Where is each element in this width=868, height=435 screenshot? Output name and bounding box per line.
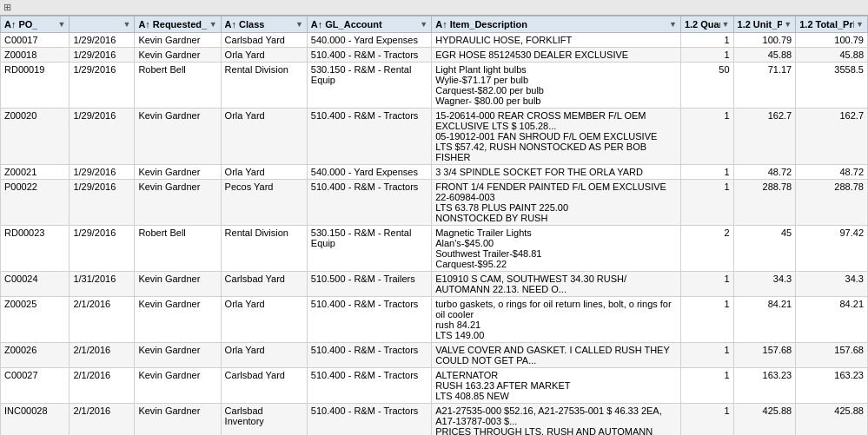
cell-po: INC00028 <box>1 404 70 436</box>
main-table-container[interactable]: ⊞ A↑ PO_ ▼ <box>0 0 868 435</box>
cell-date: 1/29/2016 <box>70 63 135 109</box>
sort-icon-total: 1.2 <box>799 19 812 30</box>
cell-qty: 50 <box>680 63 733 109</box>
data-table: A↑ PO_ ▼ ▼ <box>0 16 868 435</box>
table-row[interactable]: Z000252/1/2016Kevin GardnerOrla Yard510.… <box>1 297 868 343</box>
col-header-desc[interactable]: A↑ Item_Description ▼ <box>432 16 681 33</box>
header-row: A↑ PO_ ▼ ▼ <box>1 16 868 33</box>
cell-date: 2/1/2016 <box>70 343 135 368</box>
cell-gl: 510.400 - R&M - Tractors <box>307 180 431 226</box>
sort-icon-desc: A↑ <box>435 19 447 30</box>
col-header-date[interactable]: ▼ <box>70 16 135 33</box>
cell-desc: 15-20614-000 REAR CROSS MEMBER F/L OEM E… <box>432 109 681 165</box>
cell-desc: HYDRAULIC HOSE, FORKLIFT <box>432 33 681 48</box>
cell-po: RD00023 <box>1 226 70 272</box>
cell-qty: 2 <box>680 226 733 272</box>
cell-gl: 510.400 - R&M - Tractors <box>307 368 431 404</box>
cell-req: Kevin Gardner <box>135 297 221 343</box>
col-header-unit[interactable]: 1.2 Unit_Price ▼ <box>733 16 796 33</box>
cell-req: Kevin Gardner <box>135 272 221 297</box>
cell-gl: 530.150 - R&M - Rental Equip <box>307 226 431 272</box>
col-filter-req[interactable]: ▼ <box>209 20 217 29</box>
table-row[interactable]: Z000181/29/2016Kevin GardnerOrla Yard510… <box>1 48 868 63</box>
table-row[interactable]: RD000231/29/2016Robert BellRental Divisi… <box>1 226 868 272</box>
cell-gl: 530.150 - R&M - Rental Equip <box>307 63 431 109</box>
col-label-req: Requested_By <box>153 19 208 30</box>
cell-qty: 1 <box>680 48 733 63</box>
cell-desc: 3 3/4 SPINDLE SOCKET FOR THE ORLA YARD <box>432 165 681 180</box>
col-filter-po[interactable]: ▼ <box>57 20 65 29</box>
cell-date: 1/29/2016 <box>70 180 135 226</box>
cell-class: Orla Yard <box>221 109 307 165</box>
cell-date: 1/29/2016 <box>70 109 135 165</box>
col-header-po[interactable]: A↑ PO_ ▼ <box>1 16 70 33</box>
cell-gl: 510.400 - R&M - Tractors <box>307 48 431 63</box>
cell-date: 1/29/2016 <box>70 33 135 48</box>
cell-date: 1/29/2016 <box>70 165 135 180</box>
cell-unit: 45.88 <box>733 48 796 63</box>
cell-qty: 1 <box>680 404 733 436</box>
cell-po: P00022 <box>1 180 70 226</box>
cell-desc: turbo gaskets, o rings for oil return li… <box>432 297 681 343</box>
cell-class: Orla Yard <box>221 297 307 343</box>
cell-date: 1/31/2016 <box>70 272 135 297</box>
table-row[interactable]: C000241/31/2016Kevin GardnerCarlsbad Yar… <box>1 272 868 297</box>
cell-unit: 84.21 <box>733 297 796 343</box>
cell-desc: Light Plant light bulbs Wylie-$71.17 per… <box>432 63 681 109</box>
col-label-gl: GL_Account <box>325 19 381 30</box>
cell-qty: 1 <box>680 272 733 297</box>
col-header-class[interactable]: A↑ Class ▼ <box>221 16 307 33</box>
cell-unit: 100.79 <box>733 33 796 48</box>
cell-class: Orla Yard <box>221 48 307 63</box>
col-filter-class[interactable]: ▼ <box>295 20 303 29</box>
cell-total: 162.7 <box>796 109 868 165</box>
cell-unit: 48.72 <box>733 165 796 180</box>
cell-po: C00027 <box>1 368 70 404</box>
table-row[interactable]: Z000262/1/2016Kevin GardnerOrla Yard510.… <box>1 343 868 368</box>
col-filter-qty[interactable]: ▼ <box>722 20 730 29</box>
cell-class: Carlsbad Yard <box>221 272 307 297</box>
cell-class: Rental Division <box>221 63 307 109</box>
col-header-total[interactable]: 1.2 Total_Price ▼ <box>796 16 868 33</box>
col-header-req[interactable]: A↑ Requested_By ▼ <box>135 16 221 33</box>
table-body: C000171/29/2016Kevin GardnerCarlsbad Yar… <box>1 33 868 436</box>
cell-qty: 1 <box>680 33 733 48</box>
cell-total: 163.23 <box>796 368 868 404</box>
cell-class: Pecos Yard <box>221 180 307 226</box>
col-filter-gl[interactable]: ▼ <box>420 20 427 29</box>
cell-class: Carlsbad Yard <box>221 33 307 48</box>
cell-class: Carlsbad Inventory <box>221 404 307 436</box>
table-row[interactable]: C000171/29/2016Kevin GardnerCarlsbad Yar… <box>1 33 868 48</box>
sort-icon-unit: 1.2 <box>738 19 751 30</box>
cell-total: 288.78 <box>796 180 868 226</box>
cell-qty: 1 <box>680 109 733 165</box>
cell-desc: VALVE COVER AND GASKET. I CALLED RUSH TH… <box>432 343 681 368</box>
col-filter-total[interactable]: ▼ <box>856 20 864 29</box>
col-header-qty[interactable]: 1.2 Quantity ▼ <box>680 16 733 33</box>
cell-unit: 157.68 <box>733 343 796 368</box>
toolbar-bar: ⊞ <box>0 0 868 16</box>
col-filter-unit[interactable]: ▼ <box>784 20 792 29</box>
table-row[interactable]: RD000191/29/2016Robert BellRental Divisi… <box>1 63 868 109</box>
cell-total: 157.68 <box>796 343 868 368</box>
table-row[interactable]: INC000282/1/2016Kevin GardnerCarlsbad In… <box>1 404 868 436</box>
col-filter-date[interactable]: ▼ <box>123 20 130 29</box>
table-row[interactable]: Z000211/29/2016Kevin GardnerOrla Yard540… <box>1 165 868 180</box>
cell-gl: 510.400 - R&M - Tractors <box>307 343 431 368</box>
cell-gl: 510.400 - R&M - Tractors <box>307 109 431 165</box>
cell-unit: 71.17 <box>733 63 796 109</box>
cell-req: Kevin Gardner <box>135 343 221 368</box>
col-filter-desc[interactable]: ▼ <box>669 20 677 29</box>
cell-po: Z00025 <box>1 297 70 343</box>
table-row[interactable]: C000272/1/2016Kevin GardnerCarlsbad Yard… <box>1 368 868 404</box>
table-row[interactable]: Z000201/29/2016Kevin GardnerOrla Yard510… <box>1 109 868 165</box>
cell-unit: 162.7 <box>733 109 796 165</box>
cell-po: C00017 <box>1 33 70 48</box>
cell-class: Orla Yard <box>221 343 307 368</box>
table-row[interactable]: P000221/29/2016Kevin GardnerPecos Yard51… <box>1 180 868 226</box>
cell-total: 84.21 <box>796 297 868 343</box>
cell-qty: 1 <box>680 180 733 226</box>
col-header-gl[interactable]: A↑ GL_Account ▼ <box>307 16 431 33</box>
cell-total: 45.88 <box>796 48 868 63</box>
cell-total: 425.88 <box>796 404 868 436</box>
